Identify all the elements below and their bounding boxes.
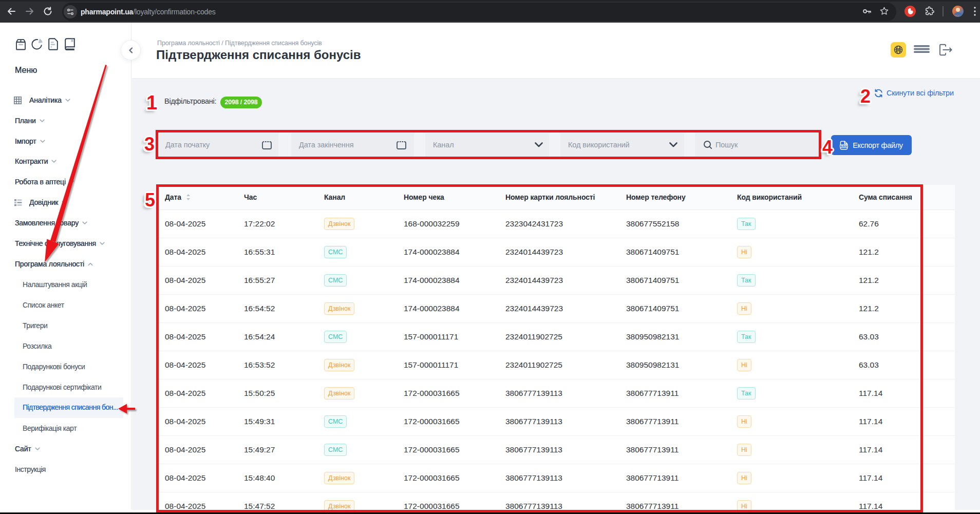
svg-text:XLSX: XLSX <box>841 145 847 147</box>
